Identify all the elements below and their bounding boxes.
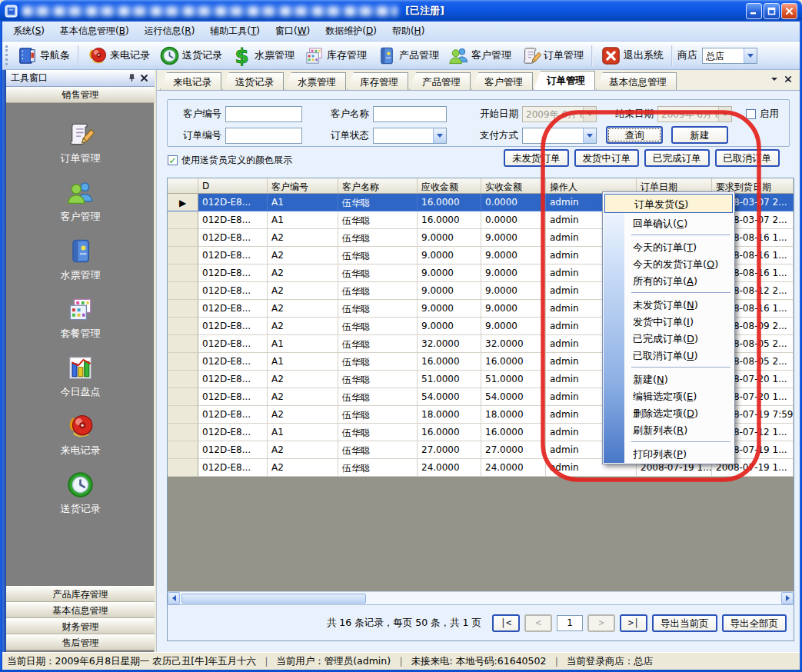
order-status-filter-button[interactable]: 未发货订单 [504,149,569,167]
row-selector-cell[interactable] [168,424,198,441]
shop-select[interactable]: 总店 [702,48,757,64]
tab[interactable]: 客户管理 [471,72,533,90]
horizontal-scrollbar[interactable] [168,591,794,604]
row-selector-cell[interactable] [168,388,198,406]
start-date-picker[interactable]: 2009年 6月 8日 [522,106,597,122]
order-status-filter-button[interactable]: 发货中订单 [574,149,640,167]
end-date-picker[interactable]: 2009年 6月 8日 [657,106,732,122]
row-selector-cell[interactable] [168,282,198,300]
row-selector-cell[interactable]: ▶ [168,194,198,211]
scrollbar-thumb[interactable] [181,594,366,604]
toolbar-button[interactable]: 客户管理 [444,43,516,68]
context-menu-item[interactable]: 打印列表(P) [604,445,734,462]
row-selector-cell[interactable] [168,300,198,318]
row-selector-cell[interactable] [168,211,198,229]
next-page-button[interactable]: > [587,614,615,632]
sidebar-section-band[interactable]: 基本信息管理 [6,602,155,618]
tab[interactable]: 来电记录 [160,72,221,90]
row-selector-cell[interactable] [168,406,198,424]
context-menu-item[interactable]: 发货中订单(I) [604,313,734,330]
tab[interactable]: 基本信息管理 [596,72,677,90]
tab[interactable]: 送货记录 [222,72,284,90]
toolbar-button[interactable]: 产品管理 [371,43,444,68]
row-selector-cell[interactable] [168,318,198,335]
row-selector-cell[interactable] [168,371,198,388]
sidebar-item[interactable]: 来电记录 [61,412,101,457]
sidebar-item[interactable]: 今日盘点 [61,354,101,399]
sidebar-section-sales[interactable]: 销售管理 [6,87,155,103]
sidebar-section-band[interactable]: 产品库存管理 [6,586,155,602]
order-status-select[interactable] [373,128,447,144]
customer-no-input[interactable] [225,106,302,122]
context-menu-item[interactable]: 所有的订单(A) [604,272,734,289]
chevron-down-icon[interactable] [433,128,446,143]
page-number-input[interactable] [557,615,583,631]
toolbar-button[interactable] [671,45,673,66]
toolbar-button[interactable]: 订单管理 [516,43,588,68]
context-menu-item[interactable] [604,289,734,296]
order-status-filter-button[interactable]: 已取消订单 [715,149,780,167]
menu-item[interactable]: 运行信息(R) [137,22,203,40]
row-selector-cell[interactable] [168,264,198,282]
toolbar-button[interactable]: 退出系统 [596,43,668,68]
menu-item[interactable]: 帮助(H) [384,22,432,40]
row-selector-cell[interactable] [168,353,198,371]
first-page-button[interactable]: |< [492,614,520,632]
column-header[interactable]: 应收金额 [418,178,481,194]
row-selector-cell[interactable] [168,459,198,477]
chevron-down-icon[interactable] [770,75,778,85]
context-menu-item[interactable] [604,364,734,371]
toolbar-button[interactable]: 导航条 [12,43,75,68]
export-current-page-button[interactable]: 导出当前页 [652,614,717,632]
sidebar-item[interactable]: 订单管理 [61,120,101,165]
column-header[interactable]: 客户名称 [338,178,418,194]
toolbar-button[interactable]: $ 水票管理 [227,43,299,68]
context-menu-item[interactable]: 订单发货(S) [604,194,733,213]
context-menu-item[interactable]: 已完成订单(D) [604,330,734,347]
scroll-right-icon[interactable] [781,592,794,604]
customer-name-input[interactable] [373,106,447,122]
scroll-left-icon[interactable] [168,592,180,604]
close-tab-icon[interactable] [784,75,792,85]
context-menu-item[interactable]: 回单确认(C) [604,215,734,231]
context-menu-item[interactable]: 已取消订单(U) [604,347,734,364]
menu-item[interactable]: 数据维护(D) [318,22,384,40]
order-no-input[interactable] [225,128,302,144]
context-menu-item[interactable]: 删除选定项(D) [604,404,734,421]
toolbar-grip[interactable] [5,45,8,65]
tab[interactable]: 水票管理 [285,72,346,90]
sidebar-section-band[interactable]: 售后管理 [6,634,155,650]
context-menu-item[interactable]: 编辑选定项(E) [604,388,734,404]
row-selector-cell[interactable] [168,335,198,353]
sidebar-item[interactable]: 客户管理 [61,178,101,224]
context-menu-item[interactable] [604,231,734,238]
context-menu-item[interactable]: 今天的发货订单(O) [604,255,734,272]
context-menu-item[interactable]: 刷新列表(R) [604,421,734,438]
context-menu-item[interactable]: 今天的订单(T) [604,238,734,255]
column-header[interactable]: 客户编号 [268,178,338,194]
sidebar-item[interactable]: 送货记录 [61,471,101,516]
menu-item[interactable]: 窗口(W) [268,22,318,40]
context-menu-item[interactable] [604,438,734,445]
row-selector-cell[interactable] [168,247,198,264]
close-button[interactable] [781,3,797,19]
context-menu-item[interactable]: 新建(N) [604,371,734,388]
close-icon[interactable] [138,72,150,85]
context-menu-item[interactable]: 未发货订单(N) [604,296,734,313]
chevron-down-icon[interactable] [744,48,757,63]
toolbar-button[interactable]: 库存管理 [299,43,371,68]
toolbar-button[interactable] [591,45,593,66]
tab[interactable]: 库存管理 [347,72,408,90]
menu-item[interactable]: 基本信息管理(B) [52,22,137,40]
pin-icon[interactable] [125,72,138,85]
sidebar-item[interactable]: 水票管理 [61,237,101,282]
new-button[interactable]: 新建 [671,126,728,144]
chevron-down-icon[interactable] [583,128,596,143]
export-all-pages-button[interactable]: 导出全部页 [722,614,787,632]
column-header[interactable]: 实收金额 [481,178,546,194]
menu-item[interactable]: 系统(S) [5,22,52,40]
prev-page-button[interactable]: < [524,614,552,632]
sidebar-item[interactable]: 套餐管理 [61,295,101,341]
query-button[interactable]: 查询 [606,126,663,144]
payment-select[interactable] [522,128,597,144]
